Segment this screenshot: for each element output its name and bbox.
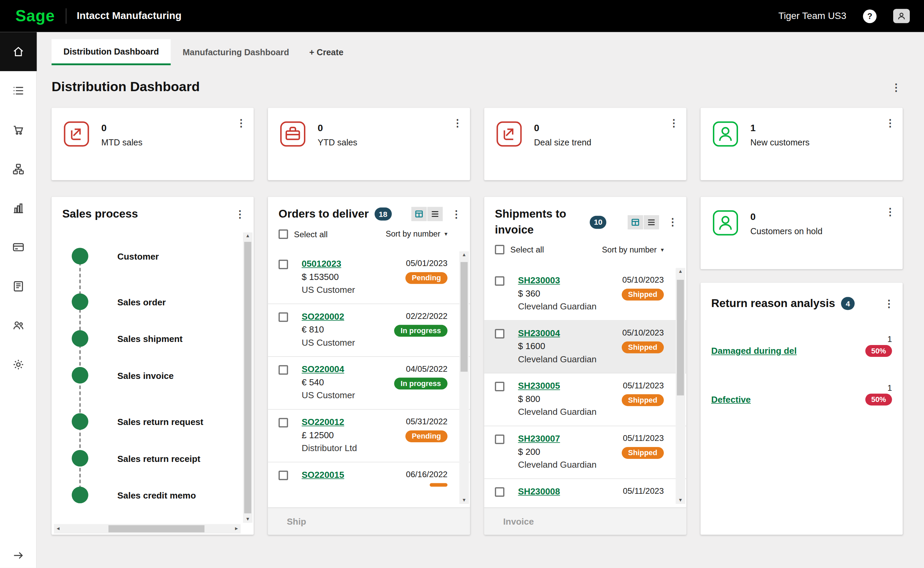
card-title: Return reason analysis (711, 296, 835, 312)
order-number-link[interactable]: 05012023 (302, 258, 341, 269)
sidebar-item-banking[interactable] (0, 228, 36, 267)
row-checkbox[interactable] (495, 487, 504, 497)
row-checkbox[interactable] (279, 366, 288, 375)
shipment-number-link[interactable]: SH230008 (518, 486, 560, 496)
shipment-number-link[interactable]: SH230005 (518, 381, 560, 391)
select-all-checkbox[interactable] (279, 229, 288, 239)
kebab-menu-icon[interactable]: ⋮ (883, 204, 898, 219)
tab-manufacturing-dashboard[interactable]: Manufacturing Dashboard (171, 39, 301, 65)
kebab-menu-icon[interactable]: ⋮ (666, 115, 681, 130)
card-view-icon[interactable] (628, 215, 643, 229)
shipment-row: SH230008 05/11/2023 (484, 479, 686, 504)
vertical-scrollbar[interactable]: ▲ ▼ (243, 233, 252, 523)
select-all-checkbox[interactable] (495, 245, 504, 255)
sidebar-item-orders[interactable] (0, 110, 36, 149)
shipment-number-link[interactable]: SH230007 (518, 434, 560, 444)
sidebar-item-hierarchy[interactable] (0, 150, 36, 189)
scroll-left-icon[interactable]: ◄ (56, 526, 60, 531)
order-number-link[interactable]: SO220015 (302, 469, 344, 480)
row-checkbox[interactable] (279, 313, 288, 322)
expand-arrow-icon (12, 549, 25, 562)
timeline-step-sales-return-receipt: Sales return receipt (72, 450, 201, 467)
timeline-step-sales-shipment: Sales shipment (72, 330, 183, 347)
card-view-icon[interactable] (411, 207, 427, 221)
order-date: 05/31/2022 (406, 417, 448, 426)
shipment-row: SH230003 $ 360 Cleveland Guardian 05/10/… (484, 268, 686, 321)
kebab-menu-icon[interactable]: ⋮ (888, 79, 904, 95)
kebab-menu-icon[interactable]: ⋮ (234, 115, 249, 130)
home-icon (12, 45, 25, 58)
shipment-customer: Cleveland Guardian (518, 301, 664, 311)
vertical-scrollbar[interactable]: ▲ ▼ (676, 268, 685, 504)
kebab-menu-icon[interactable]: ⋮ (665, 214, 680, 230)
timeline-step-sales-invoice: Sales invoice (72, 367, 174, 384)
sidebar-item-contacts[interactable] (0, 306, 36, 345)
sidebar-item-ledger[interactable] (0, 267, 36, 306)
vertical-scrollbar[interactable]: ▲ ▼ (459, 251, 469, 504)
shipments-list: SH230003 $ 360 Cleveland Guardian 05/10/… (484, 268, 686, 504)
kebab-menu-icon[interactable]: ⋮ (448, 206, 464, 222)
order-number-link[interactable]: SO220002 (302, 311, 344, 321)
tab-create[interactable]: + Create (301, 39, 352, 65)
tab-distribution-dashboard[interactable]: Distribution Dashboard (51, 39, 171, 65)
order-customer: US Customer (302, 390, 447, 400)
row-checkbox[interactable] (279, 260, 288, 269)
row-checkbox[interactable] (495, 276, 504, 286)
kpi-label: New customers (750, 137, 809, 147)
shipment-number-link[interactable]: SH230004 (518, 328, 560, 338)
status-badge: In progress (394, 378, 448, 390)
sidebar-item-home[interactable] (0, 32, 36, 71)
ship-button[interactable]: Ship (268, 508, 470, 535)
order-number-link[interactable]: SO220012 (302, 417, 344, 427)
list-view-icon[interactable] (427, 207, 442, 221)
row-checkbox[interactable] (495, 329, 504, 338)
count-badge: 10 (590, 216, 607, 228)
order-row: SO220004 € 540 US Customer 04/05/2022 In… (268, 357, 470, 410)
scrollbar-thumb[interactable] (677, 280, 684, 396)
percentage-badge: 50% (865, 393, 892, 405)
sidebar-item-settings[interactable] (0, 345, 36, 384)
scrollbar-thumb[interactable] (109, 525, 204, 532)
sidebar-expand[interactable] (0, 549, 36, 562)
scroll-down-icon[interactable]: ▼ (462, 498, 467, 503)
row-checkbox[interactable] (279, 418, 288, 428)
scroll-up-icon[interactable]: ▲ (245, 234, 250, 238)
shipment-customer: Cleveland Guardian (518, 459, 664, 470)
scrollbar-thumb[interactable] (244, 242, 251, 514)
sidebar-item-list[interactable] (0, 71, 36, 110)
help-icon[interactable]: ? (863, 9, 877, 23)
order-date: 04/05/2022 (406, 364, 448, 373)
sort-dropdown[interactable]: Sort by number ▾ (602, 245, 664, 254)
scroll-up-icon[interactable]: ▲ (462, 252, 467, 257)
invoice-button[interactable]: Invoice (484, 508, 686, 535)
shipment-number-link[interactable]: SH230003 (518, 275, 560, 286)
kebab-menu-icon[interactable]: ⋮ (881, 296, 897, 311)
order-date: 05/01/2023 (406, 258, 448, 268)
sort-dropdown[interactable]: Sort by number ▾ (386, 230, 447, 238)
row-checkbox[interactable] (495, 435, 504, 444)
kpi-value: 0 (318, 123, 358, 133)
status-badge: Shipped (621, 394, 664, 406)
order-customer: US Customer (302, 285, 447, 295)
kebab-menu-icon[interactable]: ⋮ (233, 206, 248, 222)
sidebar-item-reports[interactable] (0, 189, 36, 227)
order-number-link[interactable]: SO220004 (302, 364, 344, 374)
status-badge: Shipped (621, 341, 664, 353)
scroll-up-icon[interactable]: ▲ (678, 269, 683, 274)
return-reason-link[interactable]: Damaged during del (711, 346, 797, 356)
sales-process-card: Sales process ⋮ Customer Sales order Sal… (51, 197, 254, 535)
order-customer: Distributor Ltd (302, 443, 447, 453)
return-reason-link[interactable]: Defective (711, 394, 751, 404)
scroll-right-icon[interactable]: ► (234, 526, 239, 531)
scroll-down-icon[interactable]: ▼ (245, 517, 250, 521)
row-checkbox[interactable] (279, 471, 288, 480)
kpi-value: 0 (101, 123, 142, 133)
kebab-menu-icon[interactable]: ⋮ (450, 115, 465, 130)
scroll-down-icon[interactable]: ▼ (678, 498, 683, 503)
kebab-menu-icon[interactable]: ⋮ (883, 115, 898, 130)
user-avatar[interactable] (893, 9, 910, 23)
row-checkbox[interactable] (495, 382, 504, 391)
scrollbar-thumb[interactable] (460, 262, 468, 372)
horizontal-scrollbar[interactable]: ◄ ► (54, 524, 240, 533)
list-view-icon[interactable] (644, 215, 659, 229)
